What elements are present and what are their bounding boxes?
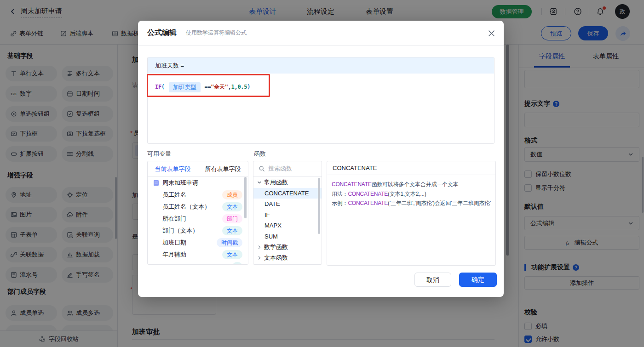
variable-row[interactable]: 年月辅助 文本 — [148, 249, 248, 261]
chevron-right-icon — [256, 244, 263, 250]
variables-tabs: 当前表单字段 所有表单字段 — [148, 161, 248, 176]
formula-input[interactable]: IF( 加班类型 =="全天",1,0.5) — [148, 74, 494, 144]
function-item-date[interactable]: DATE — [253, 199, 322, 210]
function-group-common[interactable]: 常用函数 — [253, 177, 322, 188]
variable-row[interactable]: 员工姓名（文本） 文本 — [148, 201, 248, 213]
variable-name: 所在部门 — [162, 215, 222, 223]
confirm-button[interactable]: 确定 — [459, 273, 497, 287]
functions-label: 函数 — [254, 150, 266, 158]
functions-panel: 搜索函数 常用函数 CONCATENATE DATE IF MAPX SUM 数… — [253, 161, 322, 265]
tab-current-form-fields[interactable]: 当前表单字段 — [148, 161, 198, 176]
formula-editor: 加班天数 = IF( 加班类型 =="全天",1,0.5) — [147, 57, 494, 144]
variable-row[interactable]: 加班日期 时间戳 — [148, 237, 248, 249]
modal-header: 公式编辑 使用数学运算符编辑公式 — [138, 21, 504, 46]
formula-paren: ( — [161, 84, 165, 90]
functions-scrollbar[interactable] — [318, 178, 320, 234]
formula-paren: ) — [247, 84, 250, 90]
formula-result-label: 加班天数 = — [148, 57, 494, 74]
function-description-body: CONCATENATE函数可以将多个文本合并成一个文本 用法：CONCATENA… — [327, 175, 495, 213]
variable-type-tag: 部门 — [222, 214, 242, 223]
modal-title: 公式编辑 — [147, 28, 177, 38]
function-group-text[interactable]: 文本函数 — [253, 253, 322, 264]
function-group-math[interactable]: 数学函数 — [253, 242, 322, 253]
description-line: CONCATENATE函数可以将多个文本合并成一个文本 — [332, 180, 491, 189]
function-description-panel: CONCATENATE CONCATENATE函数可以将多个文本合并成一个文本 … — [327, 161, 496, 266]
tree-root-row[interactable]: 周末加班申请 — [148, 177, 248, 189]
formula-number: 0.5 — [237, 84, 247, 90]
formula-field-chip[interactable]: 加班类型 — [169, 82, 201, 92]
variable-row[interactable]: 部门（文本） 文本 — [148, 225, 248, 237]
chevron-right-icon — [256, 255, 263, 261]
formula-operator: == — [201, 84, 211, 90]
variable-type-tag — [232, 262, 242, 265]
tree-root-label: 周末加班申请 — [162, 179, 248, 187]
variable-row-clipped[interactable] — [148, 261, 248, 265]
variable-type-tag: 文本 — [222, 202, 242, 211]
chevron-down-icon — [256, 179, 263, 186]
variable-type-tag: 时间戳 — [217, 238, 242, 247]
close-icon[interactable] — [488, 30, 495, 37]
function-group-label: 常用函数 — [264, 178, 288, 187]
formula-comma: , — [228, 84, 231, 90]
tab-all-form-fields[interactable]: 所有表单字段 — [198, 161, 248, 176]
formula-string: "全天" — [211, 84, 228, 90]
search-icon — [259, 165, 265, 172]
variable-type-tag: 成员 — [222, 190, 242, 199]
function-group-label: 文本函数 — [264, 254, 288, 262]
modal-subtitle: 使用数学运算符编辑公式 — [186, 29, 247, 37]
function-item-concatenate[interactable]: CONCATENATE — [253, 188, 322, 199]
variables-panel: 当前表单字段 所有表单字段 周末加班申请 员工姓名 成员 员工姓名（文本） 文本… — [147, 161, 248, 265]
cancel-button[interactable]: 取消 — [414, 273, 451, 287]
variable-type-tag: 文本 — [222, 250, 242, 259]
description-line: 示例：CONCATENATE('三年二班','周杰伦')会返回'三年二班周杰伦' — [332, 199, 491, 208]
function-item-if[interactable]: IF — [253, 210, 322, 221]
variable-row[interactable]: 员工姓名 成员 — [148, 189, 248, 201]
formula-editor-modal: 公式编辑 使用数学运算符编辑公式 加班天数 = IF( 加班类型 =="全天",… — [138, 21, 504, 297]
function-description-header: CONCATENATE — [327, 161, 495, 175]
form-doc-icon — [153, 180, 159, 186]
app: 周末加班申请 表单设计 流程设定 表单设置 数据管理 政 表单外链 — [0, 0, 644, 347]
function-item-sum[interactable]: SUM — [253, 231, 322, 242]
variables-label: 可用变量 — [147, 150, 171, 158]
formula-keyword: IF — [155, 84, 161, 90]
variable-name: 年月辅助 — [162, 250, 222, 259]
description-line: 用法：CONCATENATE(文本1,文本2,...) — [332, 189, 491, 199]
variable-name: 部门（文本） — [162, 227, 222, 235]
function-group-label: 数学函数 — [264, 243, 288, 251]
function-item-mapx[interactable]: MAPX — [253, 220, 322, 231]
function-search[interactable]: 搜索函数 — [253, 161, 322, 176]
variable-name: 员工姓名（文本） — [162, 203, 222, 211]
variable-name: 员工姓名 — [162, 191, 222, 199]
variable-name: 加班日期 — [162, 239, 217, 247]
variables-scrollbar[interactable] — [244, 177, 247, 218]
variable-row[interactable]: 所在部门 部门 — [148, 213, 248, 225]
variable-type-tag: 文本 — [222, 226, 242, 235]
search-placeholder: 搜索函数 — [268, 165, 292, 173]
